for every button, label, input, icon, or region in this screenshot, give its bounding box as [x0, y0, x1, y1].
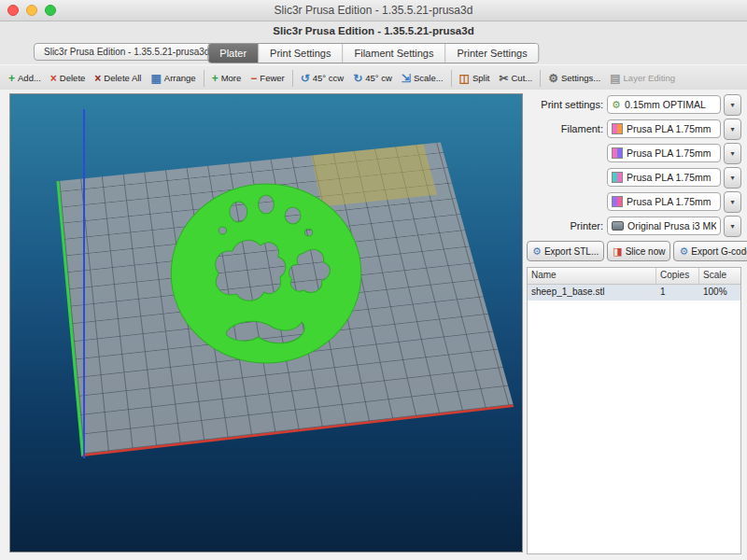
filament-color-icon — [612, 123, 623, 134]
filament-field-4[interactable]: Prusa PLA 1.75mm — [607, 192, 721, 211]
filament-dropdown-arrow-3[interactable]: ▾ — [724, 167, 741, 189]
tab-plater[interactable]: Plater — [208, 44, 259, 63]
tab-printer-settings[interactable]: Printer Settings — [445, 44, 538, 63]
printer-select[interactable]: Original Prusa i3 MK2 MultiMaterial ▾ — [607, 216, 741, 237]
minimize-button[interactable] — [26, 5, 37, 16]
add-icon: + — [8, 73, 15, 84]
zoom-button[interactable] — [45, 5, 56, 16]
layer-editing-icon: ▤ — [610, 73, 620, 84]
split-button[interactable]: ◫ Split — [455, 71, 495, 86]
toolbar-separator — [451, 70, 452, 87]
fewer-button[interactable]: − Fewer — [246, 71, 289, 86]
export-stl-button[interactable]: ⚙ Export STL... — [527, 241, 604, 261]
split-icon: ◫ — [459, 73, 470, 84]
fewer-icon: − — [250, 73, 257, 84]
title-bar: Slic3r Prusa Edition - 1.35.5.21-prusa3d — [0, 0, 747, 21]
export-stl-label: Export STL... — [544, 246, 599, 257]
rotate-ccw-label: 45° ccw — [313, 73, 344, 83]
tab-print-settings[interactable]: Print Settings — [259, 44, 343, 63]
delete-all-icon: × — [94, 73, 101, 84]
column-header-scale[interactable]: Scale — [699, 268, 740, 284]
export-gcode-icon: ⚙ — [679, 246, 688, 257]
cut-button[interactable]: ✂ Cut... — [494, 71, 537, 86]
frame-title: Slic3r Prusa Edition - 1.35.5.21-prusa3d — [0, 21, 747, 40]
filament-value-4: Prusa PLA 1.75mm — [627, 196, 711, 207]
filament-dropdown-arrow-2[interactable]: ▾ — [724, 143, 741, 164]
settings-button[interactable]: ⚙ Settings... — [543, 71, 605, 86]
arrange-label: Arrange — [164, 73, 196, 83]
rotate-ccw-button[interactable]: ↺ 45° ccw — [296, 71, 348, 86]
filament-select-4[interactable]: Prusa PLA 1.75mm ▾ — [607, 191, 741, 213]
arrange-button[interactable]: ▦ Arrange — [146, 71, 200, 86]
layer-editing-button: ▤ Layer Editing — [605, 71, 680, 86]
export-stl-icon: ⚙ — [532, 246, 542, 257]
z-axis — [83, 109, 85, 458]
scale-label: Scale... — [414, 73, 444, 83]
3d-viewport[interactable] — [9, 93, 523, 553]
right-panel: Print settings: ⚙ 0.15mm OPTIMAL ▾ Filam… — [527, 93, 741, 554]
close-button[interactable] — [7, 5, 19, 16]
plater-toolbar: + Add... × Delete × Delete All ▦ Arrange… — [0, 64, 747, 91]
delete-icon: × — [50, 73, 57, 84]
settings-icon: ⚙ — [548, 73, 558, 84]
rotate-cw-icon: ↻ — [353, 73, 362, 84]
settings-label: Settings... — [561, 73, 600, 83]
tab-bar: Slic3r Prusa Edition - 1.35.5.21-prusa3d… — [0, 40, 747, 64]
settings-tabs: Plater Print Settings Filament Settings … — [207, 43, 539, 63]
filament-select-2[interactable]: Prusa PLA 1.75mm ▾ — [607, 143, 741, 164]
window-controls — [7, 5, 56, 16]
more-label: More — [221, 73, 242, 83]
arrange-icon: ▦ — [150, 73, 161, 84]
printer-value: Original Prusa i3 MK2 MultiMaterial — [627, 220, 716, 231]
filament-value-1: Prusa PLA 1.75mm — [627, 123, 711, 134]
cut-label: Cut... — [512, 73, 533, 83]
filament-color-icon — [612, 172, 623, 183]
filament-field-1[interactable]: Prusa PLA 1.75mm — [607, 119, 721, 138]
rotate-cw-button[interactable]: ↻ 45° cw — [348, 71, 397, 86]
filament-field-3[interactable]: Prusa PLA 1.75mm — [607, 168, 721, 187]
filament-dropdown-arrow-1[interactable]: ▾ — [724, 119, 741, 140]
app-window: Slic3r Prusa Edition - 1.35.5.21-prusa3d… — [0, 0, 747, 560]
more-icon: + — [212, 73, 218, 84]
main-area: Print settings: ⚙ 0.15mm OPTIMAL ▾ Filam… — [0, 90, 747, 560]
column-header-name[interactable]: Name — [528, 268, 656, 284]
printer-icon — [612, 221, 624, 231]
delete-button[interactable]: × Delete — [46, 71, 90, 86]
model-object[interactable] — [167, 180, 365, 367]
filament-dropdown-arrow-4[interactable]: ▾ — [724, 191, 741, 213]
delete-all-button[interactable]: × Delete All — [90, 71, 146, 86]
delete-all-label: Delete All — [104, 73, 141, 83]
filament-select-1[interactable]: Prusa PLA 1.75mm ▾ — [607, 119, 741, 140]
filament-value-3: Prusa PLA 1.75mm — [627, 172, 711, 183]
window-title: Slic3r Prusa Edition - 1.35.5.21-prusa3d — [0, 0, 747, 21]
printer-label: Printer: — [527, 220, 607, 231]
object-list: Name Copies Scale sheep_1_base.stl 1 100… — [527, 267, 741, 554]
slice-now-icon: ◨ — [613, 246, 622, 257]
object-list-header: Name Copies Scale — [528, 268, 740, 285]
toolbar-separator — [204, 70, 204, 87]
filament-select-3[interactable]: Prusa PLA 1.75mm ▾ — [607, 167, 741, 189]
filament-field-2[interactable]: Prusa PLA 1.75mm — [607, 144, 721, 162]
more-button[interactable]: + More — [207, 71, 247, 86]
layer-editing-label: Layer Editing — [624, 73, 675, 83]
printer-dropdown-arrow[interactable]: ▾ — [724, 216, 741, 237]
scale-button[interactable]: ⇲ Scale... — [397, 71, 448, 86]
printer-field[interactable]: Original Prusa i3 MK2 MultiMaterial — [607, 217, 721, 235]
export-gcode-button[interactable]: ⚙ Export G-code... — [673, 241, 747, 261]
add-label: Add... — [18, 73, 41, 83]
export-gcode-label: Export G-code... — [691, 246, 747, 257]
print-settings-select[interactable]: ⚙ 0.15mm OPTIMAL ▾ — [607, 94, 741, 116]
print-settings-value: 0.15mm OPTIMAL — [625, 99, 706, 110]
filament-value-2: Prusa PLA 1.75mm — [627, 147, 711, 159]
add-button[interactable]: + Add... — [4, 71, 46, 86]
tab-filament-settings[interactable]: Filament Settings — [343, 44, 445, 63]
print-settings-field[interactable]: ⚙ 0.15mm OPTIMAL — [607, 95, 721, 114]
delete-label: Delete — [60, 73, 85, 83]
slice-now-button[interactable]: ◨ Slice now — [607, 241, 670, 261]
column-header-copies[interactable]: Copies — [656, 268, 699, 284]
print-settings-label: Print settings: — [527, 99, 607, 110]
table-row[interactable]: sheep_1_base.stl 1 100% — [528, 285, 740, 301]
print-settings-dropdown-arrow[interactable]: ▾ — [724, 94, 741, 116]
filament-color-icon — [612, 196, 623, 207]
app-version-tab[interactable]: Slic3r Prusa Edition - 1.35.5.21-prusa3d — [34, 43, 219, 61]
